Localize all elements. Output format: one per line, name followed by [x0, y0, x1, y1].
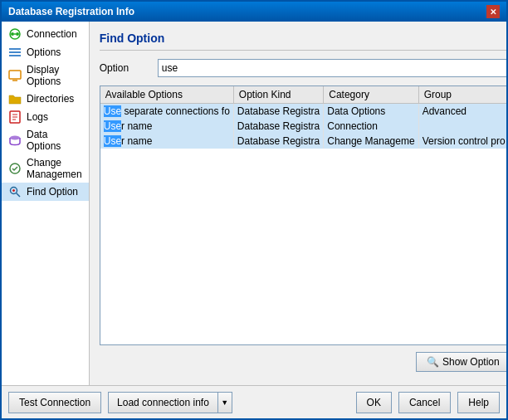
cell-option-kind: Database Registra [233, 104, 323, 120]
col-option-kind: Option Kind [233, 86, 323, 104]
find-option-icon [8, 185, 22, 198]
sidebar-label-logs: Logs [27, 111, 48, 123]
cell-option-kind: Database Registra [233, 119, 323, 134]
col-category: Category [324, 86, 418, 104]
panel-title: Find Option [100, 32, 506, 51]
cell-option-kind: Database Registra [233, 134, 323, 149]
sidebar: Connection Options Display Options Direc… [2, 22, 90, 385]
svg-rect-7 [9, 71, 21, 79]
col-available-options: Available Options [100, 86, 234, 104]
sidebar-label-find-option: Find Option [27, 186, 78, 198]
test-connection-button[interactable]: Test Connection [8, 392, 101, 413]
sidebar-label-data-options: Data Options [27, 129, 82, 152]
cell-available-options: User name [100, 119, 234, 134]
sidebar-item-directories[interactable]: Directories [2, 90, 89, 108]
col-group: Group [418, 86, 506, 104]
ok-button[interactable]: OK [356, 392, 392, 413]
dialog: Database Registration Info ✕ Connection … [0, 0, 508, 420]
sidebar-item-display-options[interactable]: Display Options [2, 61, 89, 90]
cell-category: Connection [324, 119, 418, 134]
table-row[interactable]: User nameDatabase RegistraChange Managem… [100, 134, 506, 149]
sidebar-label-directories: Directories [27, 93, 74, 105]
option-row: Option [100, 59, 506, 77]
load-connection-dropdown[interactable]: ▼ [217, 392, 232, 413]
svg-point-1 [11, 32, 14, 36]
sidebar-label-options: Options [27, 46, 61, 58]
cell-group: Version control pro [418, 134, 506, 149]
cancel-button[interactable]: Cancel [398, 392, 451, 413]
sidebar-label-change-management: Change Managemen [27, 157, 82, 180]
option-input[interactable] [158, 59, 506, 77]
cell-group [418, 119, 506, 134]
table-row[interactable]: Use separate connections foDatabase Regi… [100, 104, 506, 120]
logs-icon [8, 110, 22, 124]
display-options-icon [8, 69, 22, 82]
cell-category: Change Manageme [324, 134, 418, 149]
sidebar-item-options[interactable]: Options [2, 43, 89, 61]
directories-icon [8, 92, 22, 105]
svg-rect-4 [9, 48, 21, 50]
svg-point-2 [16, 32, 19, 36]
show-option-label: Show Option [442, 356, 500, 368]
footer: Test Connection Load connection info ▼ O… [2, 385, 506, 418]
svg-rect-5 [9, 51, 21, 53]
sidebar-label-display-options: Display Options [27, 64, 82, 87]
options-table: Available Options Option Kind Category G… [100, 86, 506, 149]
close-button[interactable]: ✕ [486, 5, 500, 18]
load-connection-split: Load connection info ▼ [108, 392, 232, 413]
bottom-panel: 🔍 Show Option [100, 352, 506, 375]
sidebar-item-change-management[interactable]: Change Managemen [2, 154, 89, 183]
main-panel: Find Option Option Available Options Opt… [90, 22, 506, 385]
sidebar-item-find-option[interactable]: Find Option [2, 183, 89, 201]
change-management-icon [8, 162, 22, 175]
sidebar-item-connection[interactable]: Connection [2, 25, 89, 43]
option-field-label: Option [100, 62, 158, 74]
load-connection-button[interactable]: Load connection info [108, 392, 217, 413]
svg-rect-6 [9, 55, 21, 56]
show-option-button[interactable]: 🔍 Show Option [416, 352, 506, 372]
dialog-title: Database Registration Info [8, 6, 134, 17]
help-button[interactable]: Help [457, 392, 500, 413]
cell-group: Advanced [418, 104, 506, 120]
svg-point-13 [10, 136, 20, 140]
title-bar: Database Registration Info ✕ [2, 2, 506, 22]
data-options-icon [8, 134, 22, 147]
dialog-body: Connection Options Display Options Direc… [2, 22, 506, 385]
options-icon [8, 46, 22, 59]
results-table: Available Options Option Kind Category G… [100, 85, 506, 345]
sidebar-label-connection: Connection [27, 28, 77, 40]
cell-category: Data Options [324, 104, 418, 120]
cell-available-options: Use separate connections fo [100, 104, 234, 120]
table-row[interactable]: User nameDatabase RegistraConnection [100, 119, 506, 134]
cell-available-options: User name [100, 134, 234, 149]
sidebar-item-logs[interactable]: Logs [2, 108, 89, 126]
connection-icon [8, 27, 22, 41]
svg-line-16 [17, 193, 21, 198]
magnifier-icon: 🔍 [427, 356, 439, 368]
sidebar-item-data-options[interactable]: Data Options [2, 126, 89, 154]
